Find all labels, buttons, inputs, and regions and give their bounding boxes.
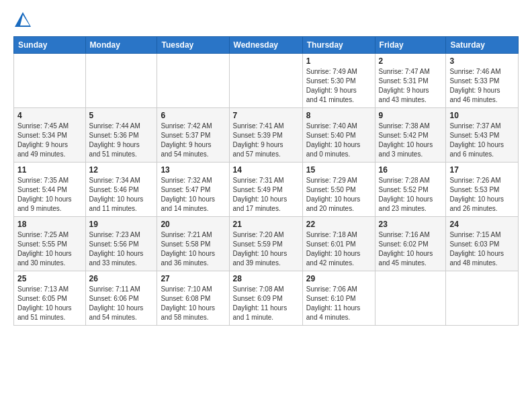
calendar-cell: 19Sunrise: 7:23 AM Sunset: 5:56 PM Dayli… (85, 217, 157, 271)
day-header-thursday: Thursday (302, 37, 375, 54)
page: SundayMondayTuesdayWednesdayThursdayFrid… (0, 0, 532, 332)
day-number: 1 (306, 56, 371, 66)
day-number: 14 (233, 165, 299, 175)
day-info: Sunrise: 7:29 AM Sunset: 5:50 PM Dayligh… (306, 176, 371, 214)
day-number: 19 (89, 220, 154, 229)
day-number: 10 (449, 111, 515, 120)
calendar-cell: 6Sunrise: 7:42 AM Sunset: 5:37 PM Daylig… (157, 108, 229, 163)
calendar-cell (85, 54, 157, 108)
day-number: 3 (449, 56, 515, 66)
logo (13, 11, 34, 30)
day-info: Sunrise: 7:28 AM Sunset: 5:52 PM Dayligh… (379, 176, 443, 214)
calendar-cell: 2Sunrise: 7:47 AM Sunset: 5:31 PM Daylig… (375, 54, 446, 108)
calendar-cell: 12Sunrise: 7:34 AM Sunset: 5:46 PM Dayli… (85, 163, 157, 217)
day-info: Sunrise: 7:23 AM Sunset: 5:56 PM Dayligh… (89, 230, 154, 268)
calendar-week-2: 4Sunrise: 7:45 AM Sunset: 5:34 PM Daylig… (14, 108, 519, 163)
day-number: 17 (449, 165, 515, 175)
day-info: Sunrise: 7:38 AM Sunset: 5:42 PM Dayligh… (379, 122, 443, 159)
day-number: 23 (379, 220, 443, 229)
day-info: Sunrise: 7:37 AM Sunset: 5:43 PM Dayligh… (449, 122, 515, 159)
day-info: Sunrise: 7:13 AM Sunset: 6:05 PM Dayligh… (17, 285, 82, 322)
day-info: Sunrise: 7:06 AM Sunset: 6:10 PM Dayligh… (306, 285, 371, 322)
day-number: 24 (449, 220, 515, 229)
calendar-cell: 3Sunrise: 7:46 AM Sunset: 5:33 PM Daylig… (446, 54, 519, 108)
calendar-cell: 7Sunrise: 7:41 AM Sunset: 5:39 PM Daylig… (229, 108, 302, 163)
day-info: Sunrise: 7:08 AM Sunset: 6:09 PM Dayligh… (233, 285, 299, 322)
day-info: Sunrise: 7:26 AM Sunset: 5:53 PM Dayligh… (449, 176, 515, 214)
day-info: Sunrise: 7:44 AM Sunset: 5:36 PM Dayligh… (89, 122, 154, 159)
day-number: 20 (161, 220, 225, 229)
calendar-cell: 15Sunrise: 7:29 AM Sunset: 5:50 PM Dayli… (302, 163, 375, 217)
day-number: 22 (306, 220, 371, 229)
day-info: Sunrise: 7:42 AM Sunset: 5:37 PM Dayligh… (161, 122, 225, 159)
calendar-cell: 29Sunrise: 7:06 AM Sunset: 6:10 PM Dayli… (302, 271, 375, 326)
day-info: Sunrise: 7:25 AM Sunset: 5:55 PM Dayligh… (17, 230, 82, 268)
day-info: Sunrise: 7:47 AM Sunset: 5:31 PM Dayligh… (379, 67, 443, 105)
calendar-cell (375, 271, 446, 326)
calendar-cell (446, 271, 519, 326)
calendar-cell: 8Sunrise: 7:40 AM Sunset: 5:40 PM Daylig… (302, 108, 375, 163)
calendar-cell: 25Sunrise: 7:13 AM Sunset: 6:05 PM Dayli… (14, 271, 86, 326)
day-header-wednesday: Wednesday (229, 37, 302, 54)
logo-icon (13, 11, 32, 30)
calendar-cell: 13Sunrise: 7:32 AM Sunset: 5:47 PM Dayli… (157, 163, 229, 217)
calendar-cell: 26Sunrise: 7:11 AM Sunset: 6:06 PM Dayli… (85, 271, 157, 326)
day-number: 16 (379, 165, 443, 175)
calendar-cell: 9Sunrise: 7:38 AM Sunset: 5:42 PM Daylig… (375, 108, 446, 163)
day-number: 28 (233, 274, 299, 283)
day-number: 18 (17, 220, 82, 229)
day-header-saturday: Saturday (446, 37, 519, 54)
day-number: 12 (89, 165, 154, 175)
calendar-cell: 4Sunrise: 7:45 AM Sunset: 5:34 PM Daylig… (14, 108, 86, 163)
calendar-header-row: SundayMondayTuesdayWednesdayThursdayFrid… (14, 37, 519, 54)
calendar-cell: 5Sunrise: 7:44 AM Sunset: 5:36 PM Daylig… (85, 108, 157, 163)
day-info: Sunrise: 7:45 AM Sunset: 5:34 PM Dayligh… (17, 122, 82, 159)
day-number: 29 (306, 274, 371, 283)
calendar-cell: 20Sunrise: 7:21 AM Sunset: 5:58 PM Dayli… (157, 217, 229, 271)
calendar-cell: 21Sunrise: 7:20 AM Sunset: 5:59 PM Dayli… (229, 217, 302, 271)
day-info: Sunrise: 7:10 AM Sunset: 6:08 PM Dayligh… (161, 285, 225, 322)
day-info: Sunrise: 7:49 AM Sunset: 5:30 PM Dayligh… (306, 67, 371, 105)
day-info: Sunrise: 7:46 AM Sunset: 5:33 PM Dayligh… (449, 67, 515, 105)
calendar-cell: 22Sunrise: 7:18 AM Sunset: 6:01 PM Dayli… (302, 217, 375, 271)
day-number: 21 (233, 220, 299, 229)
day-header-monday: Monday (85, 37, 157, 54)
day-number: 2 (379, 56, 443, 66)
calendar-week-1: 1Sunrise: 7:49 AM Sunset: 5:30 PM Daylig… (14, 54, 519, 108)
calendar-cell: 23Sunrise: 7:16 AM Sunset: 6:02 PM Dayli… (375, 217, 446, 271)
day-number: 6 (161, 111, 225, 120)
day-info: Sunrise: 7:35 AM Sunset: 5:44 PM Dayligh… (17, 176, 82, 214)
calendar-cell (14, 54, 86, 108)
day-info: Sunrise: 7:34 AM Sunset: 5:46 PM Dayligh… (89, 176, 154, 214)
day-number: 25 (17, 274, 82, 283)
day-number: 5 (89, 111, 154, 120)
day-info: Sunrise: 7:32 AM Sunset: 5:47 PM Dayligh… (161, 176, 225, 214)
calendar-cell: 16Sunrise: 7:28 AM Sunset: 5:52 PM Dayli… (375, 163, 446, 217)
calendar-cell: 28Sunrise: 7:08 AM Sunset: 6:09 PM Dayli… (229, 271, 302, 326)
day-info: Sunrise: 7:40 AM Sunset: 5:40 PM Dayligh… (306, 122, 371, 159)
day-number: 15 (306, 165, 371, 175)
calendar-week-5: 25Sunrise: 7:13 AM Sunset: 6:05 PM Dayli… (14, 271, 519, 326)
day-header-friday: Friday (375, 37, 446, 54)
calendar-cell: 27Sunrise: 7:10 AM Sunset: 6:08 PM Dayli… (157, 271, 229, 326)
day-info: Sunrise: 7:41 AM Sunset: 5:39 PM Dayligh… (233, 122, 299, 159)
day-header-tuesday: Tuesday (157, 37, 229, 54)
day-number: 11 (17, 165, 82, 175)
day-info: Sunrise: 7:21 AM Sunset: 5:58 PM Dayligh… (161, 230, 225, 268)
day-number: 27 (161, 274, 225, 283)
calendar-week-3: 11Sunrise: 7:35 AM Sunset: 5:44 PM Dayli… (14, 163, 519, 217)
calendar-cell: 1Sunrise: 7:49 AM Sunset: 5:30 PM Daylig… (302, 54, 375, 108)
day-number: 8 (306, 111, 371, 120)
calendar-cell: 18Sunrise: 7:25 AM Sunset: 5:55 PM Dayli… (14, 217, 86, 271)
calendar-cell (157, 54, 229, 108)
calendar-cell: 10Sunrise: 7:37 AM Sunset: 5:43 PM Dayli… (446, 108, 519, 163)
day-header-sunday: Sunday (14, 37, 86, 54)
day-info: Sunrise: 7:18 AM Sunset: 6:01 PM Dayligh… (306, 230, 371, 268)
day-number: 26 (89, 274, 154, 283)
day-info: Sunrise: 7:11 AM Sunset: 6:06 PM Dayligh… (89, 285, 154, 322)
header (13, 11, 519, 30)
calendar-cell: 24Sunrise: 7:15 AM Sunset: 6:03 PM Dayli… (446, 217, 519, 271)
day-number: 13 (161, 165, 225, 175)
day-info: Sunrise: 7:15 AM Sunset: 6:03 PM Dayligh… (449, 230, 515, 268)
day-info: Sunrise: 7:20 AM Sunset: 5:59 PM Dayligh… (233, 230, 299, 268)
